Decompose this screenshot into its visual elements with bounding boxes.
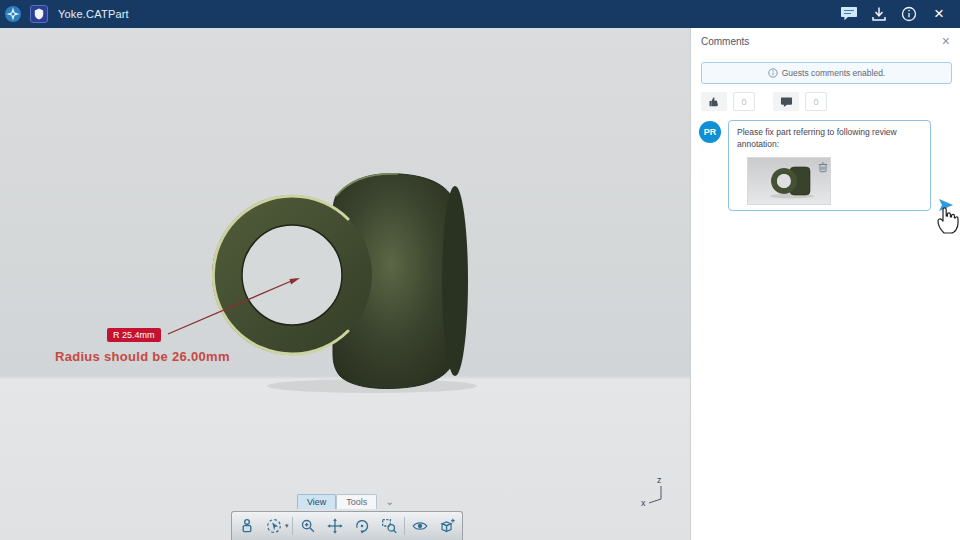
info-icon[interactable] [894, 0, 924, 28]
thumbs-up-icon [708, 95, 721, 108]
view-toolbar: ▾ [231, 511, 463, 540]
viewport-tab-strip: View Tools ⌄ [297, 494, 394, 509]
robot-icon[interactable] [235, 514, 259, 538]
speech-bubble-icon [780, 96, 793, 108]
cube-add-icon[interactable] [435, 514, 459, 538]
select-caret-icon[interactable]: ▾ [285, 522, 289, 530]
comments-panel: Comments × Guests comments enabled. 0 [690, 28, 960, 540]
download-icon[interactable] [864, 0, 894, 28]
pan-icon[interactable] [323, 514, 347, 538]
avatar: PR [699, 121, 721, 143]
app-tile-icon[interactable] [26, 0, 52, 28]
titlebar-actions: × [834, 0, 960, 28]
compass-icon[interactable] [0, 0, 26, 28]
like-button[interactable] [701, 92, 727, 111]
annotation-label[interactable]: R 25.4mm [107, 328, 161, 342]
reply-count: 0 [805, 92, 827, 111]
delete-attachment-icon[interactable] [817, 159, 829, 171]
toolbar-divider [292, 517, 293, 535]
eye-icon[interactable] [408, 514, 432, 538]
app-window: Yoke.CATPart [0, 0, 960, 540]
axis-x-label: x [641, 498, 646, 508]
panel-title: Comments [701, 36, 749, 47]
3d-viewport[interactable]: R 25.4mm Radius should be 26.00mm z x Vi… [0, 28, 690, 540]
close-icon[interactable]: × [924, 0, 954, 28]
tab-tools[interactable]: Tools [336, 494, 377, 509]
panel-close-icon[interactable]: × [942, 34, 950, 48]
titlebar: Yoke.CATPart [0, 0, 960, 28]
guest-comments-banner: Guests comments enabled. [701, 62, 952, 84]
axis-z-label: z [657, 475, 662, 485]
reply-count-button[interactable] [773, 92, 799, 111]
like-count: 0 [733, 92, 755, 111]
hand-cursor-icon [934, 203, 960, 235]
select-icon[interactable] [262, 514, 286, 538]
comment-attachment-thumbnail[interactable] [747, 157, 831, 205]
tab-view[interactable]: View [297, 494, 336, 509]
banner-info-icon [768, 68, 778, 78]
comment-input-card[interactable]: Please fix part referring to following r… [728, 120, 931, 211]
zoom-icon[interactable] [296, 514, 320, 538]
rotate-icon[interactable] [350, 514, 374, 538]
window-title: Yoke.CATPart [58, 8, 129, 20]
annotation-note: Radius should be 26.00mm [55, 349, 230, 364]
yoke-part-render [0, 28, 690, 540]
axis-indicator: z x [640, 474, 678, 510]
chevron-down-icon[interactable]: ⌄ [385, 497, 393, 507]
toolbar-divider [404, 517, 405, 535]
comments-icon[interactable] [834, 0, 864, 28]
guest-banner-text: Guests comments enabled. [782, 68, 885, 78]
comments-panel-header: Comments × [691, 28, 960, 54]
comment-stats-row: 0 0 [701, 92, 839, 111]
comment-text[interactable]: Please fix part referring to following r… [737, 127, 922, 151]
zoom-area-icon[interactable] [377, 514, 401, 538]
